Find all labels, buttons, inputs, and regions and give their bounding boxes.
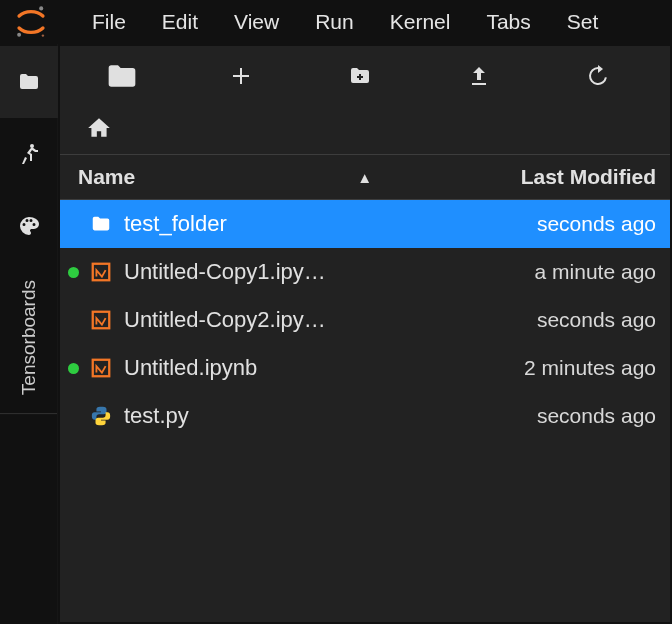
file-modified: 2 minutes ago [396, 356, 656, 380]
file-modified: seconds ago [396, 212, 656, 236]
new-folder-icon [348, 64, 372, 88]
menu-view[interactable]: View [216, 2, 297, 42]
main-area: Tensorboards [0, 44, 672, 624]
palette-icon [17, 214, 41, 238]
svg-rect-5 [93, 312, 110, 329]
file-name: Untitled-Copy2.ipy… [122, 307, 388, 333]
file-type-icon [88, 261, 114, 283]
menubar: File Edit View Run Kernel Tabs Set [0, 0, 672, 44]
folder-large-icon [106, 62, 138, 90]
menu-tabs[interactable]: Tabs [468, 2, 548, 42]
file-toolbar [60, 46, 670, 106]
file-type-icon [88, 309, 114, 331]
file-toolbar-folder-icon [102, 56, 142, 96]
upload-button[interactable] [459, 56, 499, 96]
file-type-icon [88, 357, 114, 379]
sidebar-tab-tensorboards[interactable]: Tensorboards [0, 262, 57, 414]
file-browser-panel: Name ▲ Last Modified test_folderseconds … [60, 46, 670, 622]
file-row[interactable]: test.pyseconds ago [60, 392, 670, 440]
notebook-icon [90, 261, 112, 283]
svg-rect-4 [93, 264, 110, 281]
running-indicator [66, 267, 80, 278]
notebook-icon [90, 309, 112, 331]
home-icon [86, 115, 112, 141]
sort-indicator-icon: ▲ [357, 169, 396, 186]
header-name[interactable]: Name ▲ [78, 165, 396, 189]
refresh-icon [586, 64, 610, 88]
refresh-button[interactable] [578, 56, 618, 96]
menu-items: File Edit View Run Kernel Tabs Set [74, 2, 616, 42]
file-list: test_folderseconds agoUntitled-Copy1.ipy… [60, 200, 670, 440]
file-name: test_folder [122, 211, 388, 237]
running-indicator [66, 363, 80, 374]
svg-point-1 [17, 33, 21, 37]
new-folder-button[interactable] [340, 56, 380, 96]
jupyter-logo-icon [14, 5, 48, 39]
sidebar-tab-themes[interactable] [0, 190, 58, 262]
file-row[interactable]: Untitled-Copy2.ipy…seconds ago [60, 296, 670, 344]
file-list-header: Name ▲ Last Modified [60, 154, 670, 200]
file-row[interactable]: Untitled.ipynb2 minutes ago [60, 344, 670, 392]
sidebar-tab-files[interactable] [0, 46, 58, 118]
menu-edit[interactable]: Edit [144, 2, 216, 42]
file-modified: seconds ago [396, 404, 656, 428]
svg-point-0 [39, 6, 43, 10]
svg-rect-6 [93, 360, 110, 377]
left-sidebar: Tensorboards [0, 44, 58, 624]
file-name: Untitled-Copy1.ipy… [122, 259, 388, 285]
menu-file[interactable]: File [74, 2, 144, 42]
header-name-label: Name [78, 165, 135, 189]
file-type-icon [88, 405, 114, 427]
folder-icon [17, 70, 41, 94]
folder-icon [90, 213, 112, 235]
python-icon [90, 405, 112, 427]
upload-icon [467, 64, 491, 88]
svg-point-2 [42, 34, 44, 36]
sidebar-tab-running[interactable] [0, 118, 58, 190]
file-type-icon [88, 213, 114, 235]
file-row[interactable]: Untitled-Copy1.ipy…a minute ago [60, 248, 670, 296]
menu-settings[interactable]: Set [549, 2, 617, 42]
file-modified: a minute ago [396, 260, 656, 284]
runner-icon [17, 142, 41, 166]
notebook-icon [90, 357, 112, 379]
running-dot-icon [68, 267, 79, 278]
app-logo [12, 3, 50, 41]
header-modified[interactable]: Last Modified [396, 165, 656, 189]
plus-icon [229, 64, 253, 88]
file-modified: seconds ago [396, 308, 656, 332]
menu-run[interactable]: Run [297, 2, 372, 42]
menu-kernel[interactable]: Kernel [372, 2, 469, 42]
file-row[interactable]: test_folderseconds ago [60, 200, 670, 248]
breadcrumb-home[interactable] [86, 115, 112, 146]
file-name: test.py [122, 403, 388, 429]
new-launcher-button[interactable] [221, 56, 261, 96]
breadcrumb [60, 106, 670, 154]
running-dot-icon [68, 363, 79, 374]
file-name: Untitled.ipynb [122, 355, 388, 381]
